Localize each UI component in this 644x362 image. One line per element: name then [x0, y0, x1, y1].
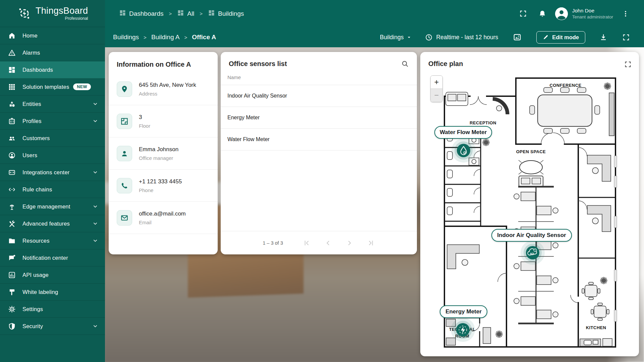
sensor-pill-water-flow-meter[interactable]: Water Flow Meter: [434, 126, 492, 139]
clock-icon: [425, 34, 433, 41]
next-page-icon[interactable]: [345, 239, 354, 247]
sidebar-item-entities[interactable]: Entities: [0, 96, 105, 113]
sidebar-item-label: Customers: [22, 135, 50, 141]
fullscreen-icon[interactable]: [519, 10, 527, 17]
notification-icon: [8, 254, 16, 262]
sensor-row-energy-meter[interactable]: Energy Meter: [221, 107, 417, 129]
info-row-address: 645 5th Ave, New YorkAddress: [109, 73, 218, 105]
last-page-icon[interactable]: [367, 239, 375, 247]
app-logo[interactable]: ThingsBoard Professional: [0, 0, 105, 27]
state-crumb-building-a[interactable]: Building A: [151, 34, 180, 41]
sensor-row-indoor-air-quality-sensor[interactable]: Indoor Air Quality Sensor: [221, 85, 417, 107]
map-zoom-control: + −: [430, 75, 443, 102]
water-flow-meter-marker[interactable]: [451, 138, 476, 163]
dashboards-icon: [119, 9, 126, 18]
user-menu[interactable]: John Doe Tenant administrator: [572, 8, 613, 19]
sidebar-item-label: White labeling: [22, 289, 58, 295]
edge-icon: [8, 203, 16, 210]
phone-icon: [117, 178, 132, 193]
svg-text:AQI: AQI: [530, 252, 534, 255]
sidebar-item-notification-center[interactable]: Notification center: [0, 249, 105, 266]
sensor-row-water-flow-meter[interactable]: Water Flow Meter: [221, 129, 417, 150]
home-icon: [8, 32, 16, 40]
dashboards-icon: [177, 9, 184, 18]
sidebar-item-label: Users: [22, 152, 37, 159]
sidebar-item-integrations-center[interactable]: Integrations center: [0, 164, 105, 181]
entity-select-value: Buildings: [380, 34, 404, 41]
info-card: Information on Office A 645 5th Ave, New…: [109, 52, 218, 254]
zoom-out-button[interactable]: −: [431, 89, 442, 102]
first-page-icon[interactable]: [303, 239, 311, 247]
sidebar-item-resources[interactable]: Resources: [0, 232, 105, 249]
sidebar-item-api-usage[interactable]: API usage: [0, 266, 105, 284]
entity-select-dropdown[interactable]: Buildings: [380, 34, 412, 41]
sidebar-item-solution-templates[interactable]: Solution templatesNEW: [0, 78, 105, 96]
notifications-bell-icon[interactable]: [538, 10, 546, 18]
info-label: Address: [139, 91, 196, 97]
column-header-name[interactable]: Name: [221, 68, 417, 85]
room-label-conference: CONFERENCE: [549, 83, 581, 88]
info-row-office-manager: Emma JohnsonOffice manager: [109, 137, 218, 170]
sidebar-item-label: Advanced features: [22, 221, 70, 227]
alarms-icon: [8, 49, 16, 57]
top-header: Dashboards>All>Buildings John Doe Tenant…: [105, 0, 644, 27]
breadcrumb-all[interactable]: All: [177, 9, 194, 18]
info-row-floor: 3Floor: [109, 105, 218, 137]
state-crumb-office-a: Office A: [192, 34, 216, 41]
sidebar-item-label: Settings: [22, 306, 43, 312]
sidebar-item-customers[interactable]: Customers: [0, 130, 105, 147]
app-edition: Professional: [36, 16, 88, 21]
sidebar-nav: HomeAlarmsDashboardsSolution templatesNE…: [0, 27, 105, 335]
sensor-pill-indoor-air-quality-sensor[interactable]: Indoor Air Quality Sensor: [491, 229, 572, 242]
sidebar-item-security[interactable]: Security: [0, 318, 105, 335]
edit-mode-button[interactable]: Edit mode: [536, 31, 585, 44]
sidebar-item-rule-chains[interactable]: Rule chains: [0, 181, 105, 198]
search-icon[interactable]: [401, 60, 409, 68]
room-label-kitchen: KITCHEN: [586, 325, 606, 330]
breadcrumb-separator: >: [184, 35, 187, 40]
sidebar-item-dashboards[interactable]: Dashboards: [0, 61, 105, 78]
info-label: Email: [139, 220, 186, 225]
user-avatar[interactable]: [555, 7, 568, 20]
breadcrumb-buildings[interactable]: Buildings: [208, 9, 244, 18]
state-crumb-buildings[interactable]: Buildings: [113, 34, 139, 41]
sensor-pill-energy-meter[interactable]: Energy Meter: [440, 305, 487, 318]
email-icon: [117, 210, 132, 226]
download-icon[interactable]: [599, 33, 607, 41]
sidebar-item-white-labeling[interactable]: White labeling: [0, 284, 105, 301]
kebab-menu-icon[interactable]: [622, 10, 629, 17]
image-gallery-icon[interactable]: [513, 33, 522, 42]
energy-meter-marker[interactable]: [451, 318, 475, 342]
profiles-icon: [8, 117, 16, 125]
sidebar-item-alarms[interactable]: Alarms: [0, 44, 105, 61]
customers-icon: [8, 134, 16, 142]
users-icon: [8, 152, 16, 159]
dashboard-canvas: Information on Office A 645 5th Ave, New…: [105, 47, 644, 362]
sidebar-item-advanced-features[interactable]: Advanced features: [0, 215, 105, 232]
sidebar-item-label: Integrations center: [22, 169, 69, 176]
security-icon: [8, 322, 16, 330]
sidebar-item-home[interactable]: Home: [0, 27, 105, 44]
sidebar-item-profiles[interactable]: Profiles: [0, 113, 105, 130]
room-label-open-space: OPEN SPACE: [516, 149, 546, 154]
dashboards-icon: [8, 66, 16, 74]
zoom-in-button[interactable]: +: [431, 76, 442, 89]
user-name: John Doe: [572, 8, 613, 14]
dashboard-fullscreen-icon[interactable]: [622, 34, 630, 41]
previous-page-icon[interactable]: [324, 239, 332, 247]
sidebar-item-edge-management[interactable]: Edge management: [0, 198, 105, 215]
sidebar-item-settings[interactable]: Settings: [0, 301, 105, 318]
sidebar-item-users[interactable]: Users: [0, 147, 105, 164]
chevron-down-icon: [92, 100, 99, 108]
info-row-email: office.a@mail.comEmail: [109, 202, 218, 234]
chevron-down-icon: [92, 322, 99, 330]
indoor-air-quality-marker[interactable]: AQI: [521, 241, 545, 265]
paginator: 1 – 3 of 3: [221, 231, 417, 254]
plan-fullscreen-icon[interactable]: [624, 61, 632, 68]
dashboards-icon: [208, 9, 215, 18]
sensor-rows: Indoor Air Quality SensorEnergy MeterWat…: [221, 85, 417, 150]
timewindow-button[interactable]: Realtime - last 12 hours: [425, 34, 498, 41]
info-value: 3: [139, 114, 150, 121]
info-label: Office manager: [139, 155, 178, 161]
breadcrumb-dashboards[interactable]: Dashboards: [119, 9, 163, 18]
